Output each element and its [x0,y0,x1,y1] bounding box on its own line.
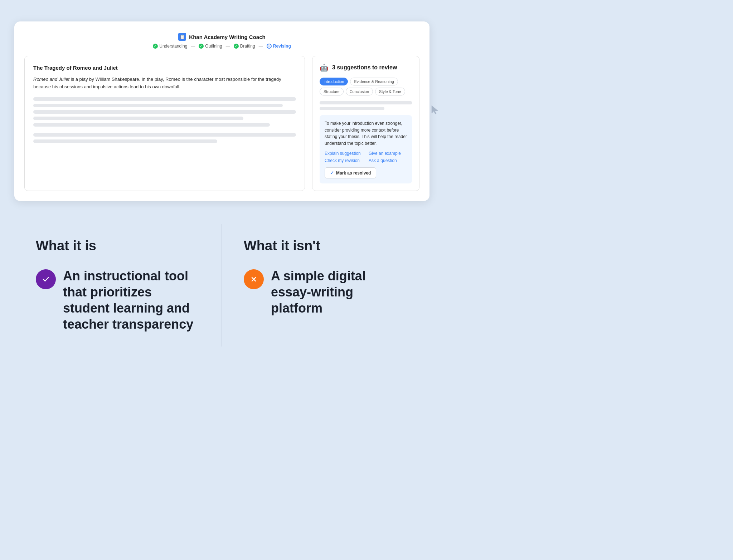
dash-2: — [226,44,230,49]
essay-body: Romeo and Juliet is a play by William Sh… [33,76,296,91]
step-understanding: ✓ Understanding [153,44,187,49]
resolve-check-icon: ✓ [330,170,334,176]
step-drafting: ✓ Drafting [234,44,255,49]
essay-panel: The Tragedy of Romeo and Juliet Romeo an… [24,56,305,191]
purple-check-badge [36,269,56,289]
orange-x-badge [244,269,264,289]
left-heading: What it is [36,238,200,254]
app-icon: 📋 [178,33,186,41]
step-revising: ○ Revising [267,44,291,49]
right-col-body: A simple digital essay-writing platform [244,268,408,316]
suggestions-title: 3 suggestions to review [332,64,397,71]
svg-point-0 [41,275,50,284]
tab-conclusion[interactable]: Conclusion [346,88,373,95]
cursor-icon [429,104,440,118]
right-heading: What it isn't [244,238,408,254]
skeleton-line [33,133,296,137]
dash-1: — [191,44,195,49]
suggestion-text: To make your introduction even stronger,… [325,120,407,147]
essay-body-text: is a play by William Shakespeare. In the… [33,77,281,89]
step-label-revising: Revising [273,44,291,49]
check-revision-link[interactable]: Check my revision [325,158,363,163]
screenshot-card: 📋 Khan Academy Writing Coach ✓ Understan… [14,21,429,201]
skeleton-group-2 [33,133,296,143]
sug-skeleton-group [320,101,412,110]
step-check-revising: ○ [267,44,272,49]
skeleton-line [33,110,296,114]
app-header: 📋 Khan Academy Writing Coach ✓ Understan… [153,33,291,49]
step-check-understanding: ✓ [153,44,158,49]
step-outlining: ✓ Outlining [199,44,222,49]
content-area: The Tragedy of Romeo and Juliet Romeo an… [24,56,419,191]
tab-structure[interactable]: Structure [320,88,344,95]
bottom-left-col: What it is An instructional tool that pr… [14,224,222,347]
ask-question-link[interactable]: Ask a question [369,158,407,163]
bottom-right-col: What it isn't A simple digital essay-wri… [222,224,429,330]
category-tabs: Introduction Evidence & Reasoning Struct… [320,78,412,95]
right-description: A simple digital essay-writing platform [271,268,408,316]
suggestions-panel: 🤖 3 suggestions to review Introduction E… [312,56,419,191]
step-label-drafting: Drafting [240,44,255,49]
suggestion-actions: Explain suggestion Give an example Check… [325,151,407,163]
suggestion-card: To make your introduction even stronger,… [320,115,412,183]
tab-style-tone[interactable]: Style & Tone [375,88,405,95]
skeleton-line [33,104,283,107]
sug-skeleton-line [320,101,412,104]
skeleton-group-1 [33,97,296,127]
skeleton-line [33,97,296,101]
sug-skeleton-line [320,107,384,110]
step-label-outlining: Outlining [205,44,222,49]
suggestions-header: 🤖 3 suggestions to review [320,63,412,72]
skeleton-line [33,117,243,120]
skeleton-line [33,139,217,143]
bottom-section: What it is An instructional tool that pr… [14,224,429,347]
tab-introduction[interactable]: Introduction [320,78,348,85]
give-example-link[interactable]: Give an example [369,151,407,156]
explain-suggestion-link[interactable]: Explain suggestion [325,151,363,156]
dash-3: — [259,44,263,49]
tab-evidence-reasoning[interactable]: Evidence & Reasoning [350,78,398,85]
essay-title: The Tragedy of Romeo and Juliet [33,65,296,71]
step-label-understanding: Understanding [159,44,187,49]
progress-steps: ✓ Understanding — ✓ Outlining — ✓ Drafti… [153,44,291,49]
left-col-body: An instructional tool that prioritizes s… [36,268,200,332]
resolve-label: Mark as resolved [336,171,371,176]
step-check-outlining: ✓ [199,44,204,49]
essay-italic: Romeo and Juliet [33,77,71,82]
mark-as-resolved-button[interactable]: ✓ Mark as resolved [325,167,376,178]
skeleton-line [33,123,270,127]
left-description: An instructional tool that prioritizes s… [63,268,200,332]
app-title: Khan Academy Writing Coach [189,34,265,40]
step-check-drafting: ✓ [234,44,239,49]
suggestions-robot-icon: 🤖 [320,63,329,72]
app-title-row: 📋 Khan Academy Writing Coach [178,33,265,41]
